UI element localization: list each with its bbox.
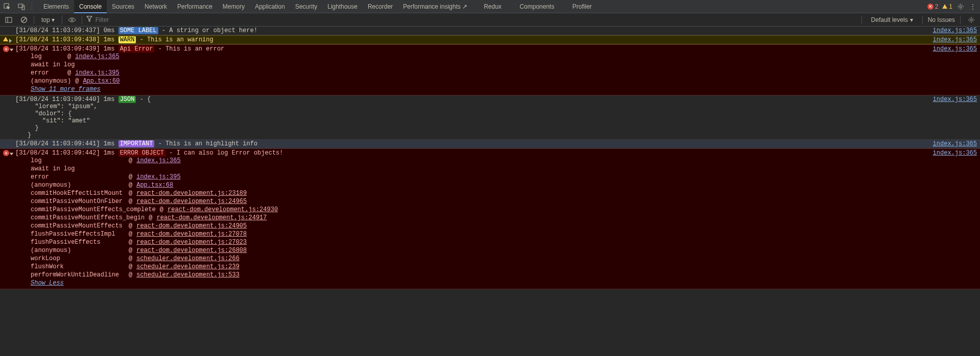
source-link[interactable]: index.js:365 — [927, 45, 977, 53]
timestamp: [31/08/24 11:03:09:439] — [15, 45, 104, 53]
tab-performance[interactable]: Performance — [172, 0, 218, 13]
inspect-icon[interactable] — [3, 3, 11, 11]
stack-link[interactable]: App.tsx:60 — [83, 77, 119, 85]
source-link[interactable]: index.js:365 — [927, 140, 977, 147]
svg-rect-4 — [6, 17, 12, 22]
stack-fn: commitPassiveMountOnFiber — [31, 197, 125, 206]
stack-link[interactable]: scheduler.development.js:533 — [136, 271, 240, 279]
show-frames-link[interactable]: Show 11 more frames — [31, 85, 101, 93]
stack-link[interactable]: index.js:365 — [136, 157, 180, 165]
tab-label: Profiler — [572, 3, 592, 10]
tab-performance-insights[interactable]: Performance insights ↗ — [398, 0, 472, 13]
stack-link[interactable]: react-dom.development.js:24917 — [156, 214, 267, 222]
console-row[interactable]: [31/08/24 11:03:09:441] 1ms IMPORTANT - … — [0, 140, 980, 148]
console-row[interactable]: ✕[31/08/24 11:03:09:442] 1ms ERROR OBJEC… — [0, 148, 980, 289]
tab-elements[interactable]: Elements — [38, 0, 74, 13]
gear-icon[interactable] — [957, 3, 965, 11]
stack-fn: error — [31, 173, 125, 181]
stack-fn: await in log — [31, 61, 75, 69]
expander-icon[interactable] — [10, 153, 14, 156]
svg-point-9 — [970, 18, 972, 20]
timestamp: [31/08/24 11:03:09:438] — [15, 36, 104, 43]
log-badge: IMPORTANT — [118, 140, 155, 147]
stack-link[interactable]: index.js:365 — [75, 53, 119, 61]
duration: 1ms — [104, 96, 118, 103]
tab-security[interactable]: Security — [290, 0, 322, 13]
error-count-badge[interactable]: ✕2 — [927, 3, 939, 10]
tab-lighthouse[interactable]: Lighthouse — [322, 0, 363, 13]
stack-frame: commitPassiveMountEffects_begin@ react-d… — [31, 214, 924, 222]
stack-frame: commitPassiveMountEffects@ react-dom.dev… — [31, 222, 924, 230]
log-levels-selector[interactable]: Default levels ▾ — [867, 15, 917, 24]
console-row[interactable]: [31/08/24 11:03:09:437] 0ms SOME LABEL -… — [0, 27, 980, 35]
console-row[interactable]: [31/08/24 11:03:09:438] 1ms WARN - This … — [0, 35, 980, 44]
timestamp: [31/08/24 11:03:09:442] — [15, 149, 104, 157]
tab-recorder[interactable]: Recorder — [363, 0, 398, 13]
filter-input[interactable] — [95, 16, 249, 23]
source-link[interactable]: index.js:365 — [927, 96, 977, 103]
stack-fn: performWorkUntilDeadline — [31, 271, 125, 279]
stack-link[interactable]: index.js:395 — [136, 173, 180, 181]
divider — [960, 16, 961, 24]
source-link[interactable]: index.js:365 — [927, 27, 977, 34]
timestamp: [31/08/24 11:03:09:437] — [15, 27, 104, 34]
stack-link[interactable]: react-dom.development.js:27078 — [136, 230, 247, 238]
expander-icon[interactable] — [10, 49, 14, 52]
stack-fn: await in log — [31, 165, 125, 173]
source-link[interactable]: index.js:365 — [927, 36, 977, 43]
tab-application[interactable]: Application — [250, 0, 290, 13]
device-toolbar-icon[interactable] — [17, 3, 26, 11]
svg-line-7 — [22, 18, 26, 22]
sidebar-toggle-icon[interactable] — [3, 14, 14, 26]
stack-fn: commitHookEffectListMount — [31, 189, 125, 197]
chevron-down-icon: ▾ — [910, 16, 913, 23]
more-icon[interactable]: ⋮ — [969, 3, 977, 11]
stack-link[interactable]: scheduler.development.js:239 — [136, 263, 240, 271]
show-frames-link[interactable]: Show Less — [31, 279, 64, 287]
filter-icon — [86, 16, 92, 23]
stack-fn: (anonymous) — [31, 181, 125, 189]
timestamp: [31/08/24 11:03:09:440] — [15, 96, 104, 103]
stack-frame: (anonymous)@ react-dom.development.js:26… — [31, 246, 924, 255]
console-row[interactable]: [31/08/24 11:03:09:440] 1ms JSON - { "lo… — [0, 95, 980, 140]
warn-count-badge[interactable]: 1 — [942, 3, 952, 10]
tab-console[interactable]: Console — [74, 0, 107, 13]
log-badge: ERROR OBJECT — [118, 149, 165, 157]
stack-trace: log@ index.js:365await in logerror@ inde… — [14, 53, 927, 94]
live-expression-icon[interactable] — [66, 14, 78, 26]
stack-link[interactable]: react-dom.development.js:24905 — [136, 222, 247, 230]
stack-link[interactable]: scheduler.development.js:266 — [136, 255, 240, 263]
source-link[interactable]: index.js:365 — [927, 149, 977, 157]
divider — [922, 16, 923, 24]
stack-link[interactable]: index.js:395 — [75, 69, 119, 77]
stack-link[interactable]: react-dom.development.js:24965 — [136, 197, 247, 206]
tab-memory[interactable]: Memory — [218, 0, 250, 13]
tab-network[interactable]: Network — [139, 0, 172, 13]
tab-profiler[interactable]: Profiler — [565, 0, 596, 13]
console-settings-icon[interactable] — [966, 14, 977, 26]
json-body: "lorem": "ipsum", "dolor": { "sit": "ame… — [14, 103, 927, 139]
stack-link[interactable]: react-dom.development.js:27023 — [136, 238, 247, 246]
stack-fn: workLoop — [31, 255, 125, 263]
stack-frame: commitPassiveMountOnFiber@ react-dom.dev… — [31, 197, 924, 206]
console-body[interactable]: [31/08/24 11:03:09:437] 0ms SOME LABEL -… — [0, 27, 980, 356]
stack-frame: commitPassiveMountEffects_complete@ reac… — [31, 206, 924, 214]
console-toolbar: top ▾ Default levels ▾ No Issues — [0, 13, 980, 27]
context-selector[interactable]: top ▾ — [38, 15, 58, 24]
clear-console-icon[interactable] — [18, 14, 30, 26]
stack-link[interactable]: react-dom.development.js:23189 — [136, 189, 247, 197]
stack-link[interactable]: react-dom.development.js:24930 — [168, 206, 278, 214]
tab-redux[interactable]: Redux — [479, 0, 507, 13]
tab-sources[interactable]: Sources — [107, 0, 139, 13]
tab-components[interactable]: Components — [513, 0, 559, 13]
stack-fn: flushPassiveEffectsImpl — [31, 230, 125, 238]
stack-fn: (anonymous) — [31, 246, 125, 255]
console-row[interactable]: ✕[31/08/24 11:03:09:439] 1ms Api Error -… — [0, 44, 980, 95]
stack-link[interactable]: react-dom.development.js:26808 — [136, 246, 247, 255]
duration: 1ms — [104, 140, 118, 147]
expander-icon[interactable] — [9, 39, 12, 43]
issues-button[interactable]: No Issues — [928, 16, 955, 23]
stack-fn: commitPassiveMountEffects_complete — [31, 206, 156, 214]
stack-link[interactable]: App.tsx:68 — [136, 181, 173, 189]
stack-frame: commitHookEffectListMount@ react-dom.dev… — [31, 189, 924, 197]
